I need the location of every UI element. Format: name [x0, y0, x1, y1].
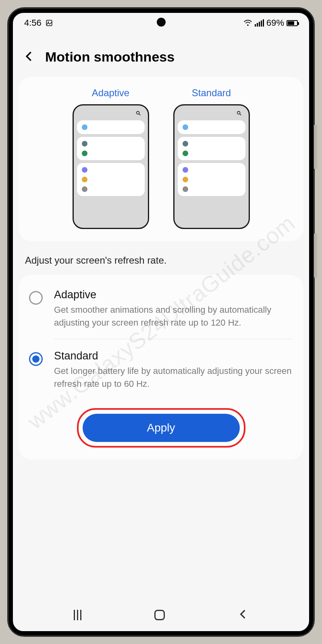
option-adaptive[interactable]: Adaptive Get smoother animations and scr… [29, 278, 293, 339]
radio-standard[interactable] [29, 352, 43, 366]
svg-point-1 [48, 21, 49, 23]
nav-bar [13, 603, 309, 627]
header: Motion smoothness [13, 33, 309, 77]
preview-standard-label: Standard [192, 87, 231, 99]
svg-point-2 [247, 25, 249, 26]
section-description: Adjust your screen's refresh rate. [13, 241, 309, 275]
options-card: Adaptive Get smoother animations and scr… [19, 275, 303, 460]
option-standard-desc: Get longer battery life by automatically… [54, 365, 293, 390]
preview-standard-thumb [173, 104, 250, 229]
battery-icon [287, 20, 298, 26]
status-time: 4:56 [24, 18, 42, 28]
battery-percent: 69% [266, 18, 284, 28]
volume-button [314, 125, 317, 169]
svg-point-3 [136, 111, 139, 114]
power-button [314, 233, 317, 278]
front-camera [157, 18, 166, 27]
option-standard-title: Standard [54, 350, 293, 362]
nav-home[interactable] [154, 610, 165, 620]
svg-point-4 [237, 111, 240, 114]
search-icon [136, 111, 141, 116]
screen: www.GalaxyS24UltraGuide.com 4:56 69% Mot… [9, 9, 313, 635]
nav-recent[interactable] [74, 610, 81, 620]
apply-highlight: Apply [77, 408, 245, 448]
nav-back[interactable] [238, 609, 248, 621]
preview-card: Adaptive Standard [19, 77, 303, 241]
preview-adaptive-thumb [73, 104, 149, 229]
option-adaptive-desc: Get smoother animations and scrolling by… [54, 303, 293, 329]
option-adaptive-title: Adaptive [54, 289, 293, 301]
preview-standard[interactable]: Standard [173, 87, 250, 229]
signal-icon [255, 19, 264, 27]
device-frame: www.GalaxyS24UltraGuide.com 4:56 69% Mot… [0, 0, 322, 644]
preview-adaptive-label: Adaptive [92, 87, 129, 99]
page-title: Motion smoothness [45, 49, 175, 65]
wifi-icon [243, 19, 252, 27]
search-icon [237, 111, 241, 116]
option-standard[interactable]: Standard Get longer battery life by auto… [29, 339, 293, 400]
screenshot-icon [46, 19, 53, 27]
radio-adaptive[interactable] [29, 291, 43, 305]
apply-button[interactable]: Apply [83, 414, 240, 442]
preview-adaptive[interactable]: Adaptive [73, 87, 149, 229]
back-icon[interactable] [23, 51, 35, 64]
